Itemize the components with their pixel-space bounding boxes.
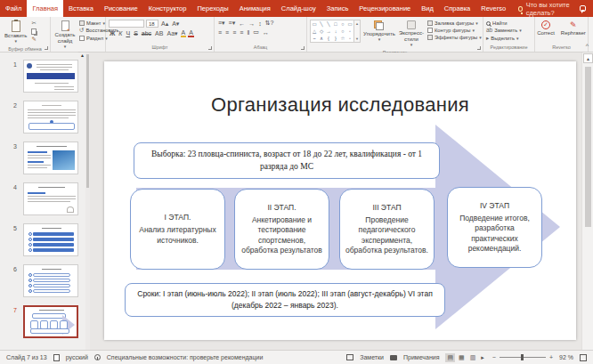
tab-home[interactable]: Главная <box>27 0 63 17</box>
shapes-gallery[interactable]: ▭╲╲□○▭ △◇→↓○◦ ~∧{}☆◦ ▲▼ <box>310 20 361 43</box>
slide-7-thumbnail[interactable] <box>23 305 78 338</box>
tab-insert[interactable]: Вставка <box>63 0 99 17</box>
slide-5-thumbnail[interactable] <box>23 223 78 256</box>
comments-button[interactable]: Примечания <box>403 354 439 360</box>
rephraser-button[interactable]: ✎ Rephraser <box>559 20 588 37</box>
zoom-slider[interactable] <box>500 357 546 358</box>
slideshow-view-icon[interactable]: ▸ <box>479 353 486 362</box>
shrink-font-icon[interactable]: A▾ <box>171 20 180 28</box>
font-color-icon[interactable]: А <box>188 29 194 37</box>
convert-smartart-icon[interactable]: ↔ <box>262 29 270 36</box>
thumbnail-row-3: 3 <box>0 142 90 174</box>
tab-design[interactable]: Конструктор <box>143 0 192 17</box>
sample-textbox[interactable]: Выборка: 23 пловца-спиниста, возраст от … <box>134 142 440 179</box>
stage-2-box[interactable]: II ЭТАП. Анкетирование и тестирование сп… <box>234 189 329 270</box>
proofing-icon[interactable] <box>53 354 60 361</box>
new-slide-button[interactable]: Создать слайд ▾ <box>53 20 77 51</box>
tab-slideshow[interactable]: Слайд-шоу <box>276 0 321 17</box>
align-text-icon[interactable]: ▭ <box>252 28 260 36</box>
language-indicator[interactable]: русский <box>66 354 88 360</box>
dates-textbox[interactable]: Сроки: I этап (июнь-июль 2022); II этап … <box>125 283 445 317</box>
strikethrough-icon[interactable]: S <box>133 30 139 36</box>
paste-button[interactable]: Вставить ▾ <box>3 20 28 45</box>
slide-3-thumbnail[interactable] <box>23 142 78 174</box>
line-spacing-icon[interactable]: ↕ <box>257 20 263 27</box>
numbering-icon[interactable]: ≡▾ <box>228 20 237 27</box>
canvas-scrollbar[interactable]: ▲ <box>581 53 593 350</box>
scroll-up-icon[interactable]: ▲ <box>583 53 593 63</box>
drawing-dialog-launcher-icon[interactable] <box>477 46 481 50</box>
stage-3-box[interactable]: III ЭТАП Проведение педагогического эксп… <box>339 189 435 270</box>
change-case-icon[interactable]: Аа▾ <box>166 30 178 37</box>
shapes-grid[interactable]: ▭╲╲□○▭ △◇→↓○◦ ~∧{}☆◦ <box>310 20 354 43</box>
stage-1-box[interactable]: I ЭТАП. Анализ литературных источников. <box>130 189 225 270</box>
select-button[interactable]: ▸Выделить▾ <box>486 36 522 42</box>
stage-4-box[interactable]: IV ЭТАП Подведение итогов, разработка пр… <box>447 187 542 268</box>
italic-icon[interactable]: К <box>118 30 123 36</box>
zoom-in-icon[interactable]: + <box>549 354 553 360</box>
cut-icon[interactable]: ✂ <box>31 20 37 27</box>
font-name-select[interactable] <box>109 20 144 28</box>
bullets-icon[interactable]: ≡▾ <box>217 20 226 27</box>
collapse-ribbon-icon[interactable]: ^ <box>586 43 589 49</box>
slide-4-thumbnail[interactable] <box>23 182 78 215</box>
columns-icon[interactable]: ‖ <box>246 29 250 36</box>
font-dialog-launcher-icon[interactable] <box>208 46 212 50</box>
normal-view-icon[interactable]: ▤ <box>445 353 455 362</box>
shape-effects-button[interactable]: Эффекты фигуры▾ <box>427 35 482 40</box>
current-slide[interactable]: Организация исследования Выборка: 23 пло… <box>104 61 576 340</box>
tab-draw[interactable]: Рисование <box>99 0 143 17</box>
increase-indent-icon[interactable]: → <box>248 20 256 27</box>
slide-sorter-view-icon[interactable]: ▦ <box>457 353 467 362</box>
align-right-icon[interactable]: ≡ <box>232 29 237 36</box>
strike-abc-icon[interactable]: abc <box>141 30 152 36</box>
highlight-color-icon[interactable]: А <box>181 29 187 37</box>
arrange-button[interactable]: Упорядочить ▾ <box>363 20 395 44</box>
zoom-slider-thumb[interactable] <box>521 354 524 360</box>
slide-title[interactable]: Организация исследования <box>104 93 576 117</box>
tell-me-search[interactable]: Что вы хотите сделать? <box>511 0 580 17</box>
tab-record[interactable]: Запись <box>321 0 354 17</box>
tab-help[interactable]: Справка <box>439 0 475 17</box>
character-spacing-icon[interactable]: АВ <box>154 30 164 36</box>
bold-icon[interactable]: Ж <box>109 30 116 36</box>
replace-button[interactable]: abЗаменить▾ <box>486 28 522 34</box>
zoom-out-icon[interactable]: − <box>492 354 496 360</box>
quick-styles-button[interactable]: Экспресс-стили ▾ <box>398 20 425 49</box>
justify-icon[interactable]: ≡ <box>239 29 244 36</box>
format-painter-icon[interactable]: ✎ <box>31 36 37 43</box>
decrease-indent-icon[interactable]: ← <box>238 20 246 27</box>
font-size-select[interactable]: 18 <box>146 20 158 28</box>
notes-button[interactable]: Заметки <box>360 354 384 360</box>
paragraph-dialog-launcher-icon[interactable] <box>301 46 305 50</box>
grow-font-icon[interactable]: A▴ <box>160 20 169 28</box>
tab-transitions[interactable]: Переходы <box>191 0 233 17</box>
shapes-scroll[interactable]: ▲▼ <box>354 20 361 43</box>
tab-reverso[interactable]: Reverso <box>475 0 511 17</box>
tab-review[interactable]: Рецензирование <box>353 0 416 17</box>
slide-1-thumbnail[interactable] <box>23 60 78 93</box>
align-center-icon[interactable]: ≡ <box>224 29 230 36</box>
text-direction-icon[interactable]: ⇅? <box>264 20 275 27</box>
shape-fill-button[interactable]: Заливка фигуры▾ <box>427 20 482 26</box>
copy-icon[interactable] <box>31 28 37 35</box>
clipboard-dialog-launcher-icon[interactable] <box>45 46 48 50</box>
comment-icon[interactable] <box>580 5 586 12</box>
zoom-level[interactable]: 92 % <box>559 354 573 360</box>
scrollbar-thumb[interactable] <box>585 67 591 227</box>
tab-view[interactable]: Вид <box>416 0 439 17</box>
correct-button[interactable]: ✓ Correct <box>535 20 556 37</box>
underline-icon[interactable]: Ч <box>125 30 131 36</box>
tab-file[interactable]: Файл <box>0 0 27 17</box>
thumbnails-scroll-up-icon[interactable]: ▲ <box>80 53 85 58</box>
stage-2-body: Анкетирование и тестирование спортсменов… <box>240 215 323 255</box>
reading-view-icon[interactable]: ▥ <box>468 353 478 362</box>
accessibility-status[interactable]: Специальные возможности: проверьте реком… <box>107 354 264 360</box>
slide-6-thumbnail[interactable] <box>23 264 78 297</box>
slide-2-thumbnail[interactable] <box>23 101 78 133</box>
fit-to-window-icon[interactable] <box>580 354 587 361</box>
align-left-icon[interactable]: ≡ <box>217 29 223 36</box>
find-button[interactable]: Найти <box>486 20 522 26</box>
shape-outline-button[interactable]: Контур фигуры▾ <box>427 28 482 33</box>
tab-animations[interactable]: Анимация <box>234 0 276 17</box>
